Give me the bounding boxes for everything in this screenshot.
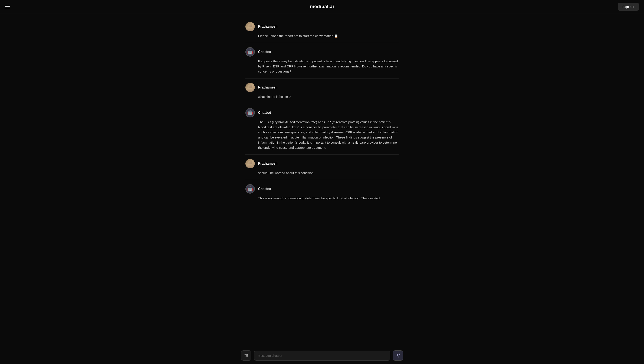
avatar-head	[248, 24, 252, 28]
sender-name: Chatbot	[258, 187, 271, 191]
message-header: Prathamesh	[246, 159, 399, 168]
message-content: This is not enough information to determ…	[246, 196, 399, 201]
sender-name: Chatbot	[258, 111, 271, 115]
sign-out-button[interactable]: Sign out	[618, 3, 639, 11]
avatar-bot-icon: 🤖	[246, 185, 254, 193]
message-content: The ESR (erythrocyte sedimentation rate)…	[246, 120, 399, 150]
message-group: 🤖ChatbotIt appears there may be indicati…	[246, 43, 399, 78]
avatar-bot-icon: 🤖	[246, 108, 254, 117]
delete-button[interactable]	[241, 350, 251, 360]
app-header: medipal.ai Sign out	[0, 0, 644, 14]
message-content: Please upload the report pdf to start th…	[246, 34, 399, 38]
message-content: It appears there may be indications of p…	[246, 59, 399, 74]
send-button[interactable]	[393, 350, 403, 360]
message-group: PrathameshPlease upload the report pdf t…	[246, 18, 399, 43]
message-header: 🤖Chatbot	[246, 47, 399, 56]
avatar-head	[248, 160, 252, 164]
message-group: Prathameshshould I be worried about this…	[246, 155, 399, 180]
input-container	[241, 350, 403, 360]
message-content: should I be worried about this condition	[246, 170, 399, 176]
avatar: 🤖	[246, 108, 255, 118]
message-header: Prathamesh	[246, 83, 399, 92]
chat-area: PrathameshPlease upload the report pdf t…	[0, 14, 644, 347]
messages-container: PrathameshPlease upload the report pdf t…	[241, 18, 403, 205]
message-content: what kind of infection ?	[246, 94, 399, 99]
trash-icon	[244, 353, 248, 358]
message-group: Prathameshwhat kind of infection ?	[246, 78, 399, 104]
message-group: 🤖ChatbotThis is not enough information t…	[246, 180, 399, 205]
sender-name: Chatbot	[258, 50, 271, 54]
avatar-head	[248, 84, 252, 88]
send-icon	[396, 353, 400, 358]
menu-icon[interactable]	[5, 5, 10, 8]
message-header: 🤖Chatbot	[246, 108, 399, 118]
avatar	[246, 83, 255, 92]
input-area	[0, 347, 644, 364]
message-group: 🤖ChatbotThe ESR (erythrocyte sedimentati…	[246, 104, 399, 155]
message-header: 🤖Chatbot	[246, 184, 399, 194]
app-title: medipal.ai	[310, 4, 334, 9]
message-header: Prathamesh	[246, 22, 399, 31]
avatar: 🤖	[246, 47, 255, 56]
message-input[interactable]	[254, 350, 390, 360]
avatar-bot-icon: 🤖	[246, 48, 254, 56]
sender-name: Prathamesh	[258, 86, 278, 89]
avatar	[246, 159, 255, 168]
sender-name: Prathamesh	[258, 25, 278, 28]
avatar	[246, 22, 255, 31]
avatar: 🤖	[246, 184, 255, 194]
sender-name: Prathamesh	[258, 162, 278, 166]
